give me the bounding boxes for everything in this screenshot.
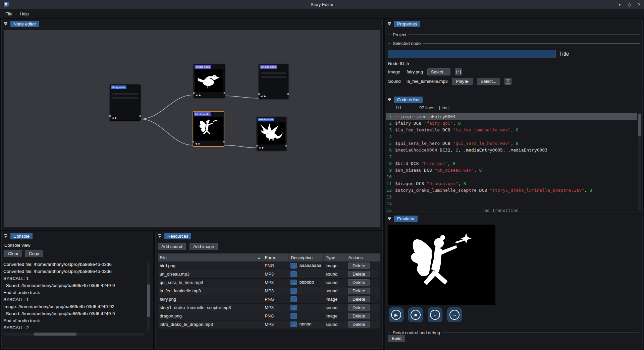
resource-row[interactable]: qui_sera_le_hero.mp3MP3..bbbbbbsoundDele…	[158, 278, 380, 287]
node-next-icon[interactable]: ▶	[199, 94, 201, 97]
resource-row[interactable]: story1_drako_luminelle_sceptre.mp3MP3..s…	[158, 303, 380, 312]
code-line[interactable]: 8$bird DC8 "bird.qoi", 8	[386, 160, 637, 167]
sound-clear-button[interactable]: ×	[504, 78, 512, 85]
node-prev-icon[interactable]: ◀	[259, 147, 260, 149]
collapse-icon[interactable]	[387, 22, 391, 25]
resource-row[interactable]: fairy.pngPNG..imageDelete	[158, 295, 380, 303]
collapse-icon[interactable]	[158, 234, 162, 238]
choice-node[interactable]: Choice node◀▶	[259, 64, 288, 99]
clear-button[interactable]: Clear	[4, 250, 22, 257]
code-vertical-scrollbar[interactable]	[638, 113, 641, 211]
minimize-icon[interactable]: ▾	[619, 0, 621, 9]
code-line[interactable]: 10	[386, 174, 637, 180]
output-port[interactable]	[139, 115, 142, 117]
collapse-icon[interactable]	[4, 234, 8, 238]
node-next-icon[interactable]: ▶	[262, 147, 264, 149]
console-horizontal-scrollbar[interactable]	[3, 333, 145, 336]
step-forward-button[interactable]: →	[447, 307, 462, 322]
sound-play-button[interactable]: Play ▶	[452, 78, 473, 85]
image-clear-button[interactable]: ×	[455, 68, 462, 75]
edit-description-button[interactable]: ..	[290, 313, 297, 319]
collapse-icon[interactable]	[387, 98, 391, 101]
stop-button[interactable]: ■	[408, 307, 423, 322]
step-back-button[interactable]: ←	[428, 307, 442, 322]
output-port[interactable]	[223, 140, 225, 143]
code-line[interactable]: 1··jump··.mediaEntry0004	[386, 113, 637, 120]
input-port[interactable]	[192, 140, 194, 143]
output-port[interactable]	[223, 92, 226, 94]
resource-row[interactable]: intro_drako_le_dragon.mp3MP3..nnnnnsound…	[158, 320, 380, 329]
resource-row[interactable]: la_fee_luminelle.mp3MP3..soundDelete	[158, 287, 380, 295]
copy-button[interactable]: Copy	[25, 250, 43, 257]
console-vertical-scrollbar[interactable]	[147, 261, 150, 331]
delete-button[interactable]: Delete	[348, 271, 370, 277]
output-port[interactable]	[287, 93, 289, 95]
node-next-icon[interactable]: ▶	[198, 142, 200, 145]
code-line[interactable]: 5$qui_sera_le_hero DC8 "qui_sera_le_hero…	[386, 140, 637, 147]
collapse-icon[interactable]	[387, 217, 391, 220]
sound-select-button[interactable]: Select...	[477, 78, 500, 85]
node-canvas[interactable]: Story node◀▶Media node◀▶Choice node◀▶Med…	[4, 30, 380, 227]
delete-button[interactable]: Delete	[348, 321, 370, 328]
edit-description-button[interactable]: ..	[290, 288, 297, 294]
code-line[interactable]: 9$un_oiseau DC8 "un_oiseau.wav", 8	[386, 167, 637, 174]
resource-row[interactable]: un_oiseau.mp3MP3..soundDelete	[158, 270, 380, 278]
edit-description-button[interactable]: ..	[290, 305, 297, 310]
node-next-icon[interactable]: ▶	[115, 117, 117, 119]
input-port[interactable]	[256, 144, 258, 147]
code-line[interactable]: 12$story1_drako_luminelle_sceptre DC8 "s…	[386, 187, 637, 194]
code-line[interactable]: 15 Tag Transition	[386, 207, 637, 212]
node-prev-icon[interactable]: ◀	[195, 142, 197, 145]
delete-button[interactable]: Delete	[348, 288, 370, 294]
input-port[interactable]	[258, 93, 260, 95]
menu-file[interactable]: File	[2, 10, 16, 18]
delete-button[interactable]: Delete	[348, 262, 370, 269]
column-header-type[interactable]: Type	[324, 253, 346, 261]
delete-button[interactable]: Delete	[348, 296, 370, 302]
node-prev-icon[interactable]: ◀	[261, 95, 262, 98]
column-header-description[interactable]: Description	[288, 253, 323, 261]
fairy-media-node[interactable]: Media node◀▶	[193, 111, 224, 147]
image-select-button[interactable]: Select...	[427, 68, 450, 75]
console-log[interactable]: Converted file: /home/anthony/ostproj/ba…	[3, 261, 145, 331]
add-image-button[interactable]: Add image	[190, 243, 218, 250]
node-next-icon[interactable]: ▶	[264, 95, 266, 98]
code-line[interactable]: 3$la_fee_luminelle DC8 "la_fee_luminelle…	[386, 127, 637, 133]
delete-button[interactable]: Delete	[348, 279, 370, 286]
scrollbar-thumb[interactable]	[34, 333, 76, 336]
edit-description-button[interactable]: ..	[290, 271, 297, 277]
build-button[interactable]: Build	[388, 335, 405, 342]
menu-help[interactable]: Help	[16, 10, 32, 18]
dragon-media-node[interactable]: Media node◀▶	[257, 117, 286, 151]
column-header-actions[interactable]: Actions	[346, 253, 376, 261]
bird-media-node[interactable]: Media node◀▶	[194, 64, 225, 98]
node-title-input[interactable]	[388, 50, 556, 58]
delete-button[interactable]: Delete	[348, 304, 370, 311]
delete-button[interactable]: Delete	[348, 313, 370, 319]
edit-description-button[interactable]: ..	[290, 296, 297, 302]
code-line[interactable]: 2$fairy DC8 "fairy.qoi", 8	[386, 120, 637, 127]
edit-description-button[interactable]: ..	[290, 280, 297, 285]
node-prev-icon[interactable]: ◀	[112, 117, 113, 119]
collapse-icon[interactable]	[4, 22, 8, 25]
node-prev-icon[interactable]: ◀	[196, 94, 197, 97]
resource-row[interactable]: dragon.pngPNG..imageDelete	[158, 312, 380, 320]
code-line[interactable]: 6$mediaChoice0004 DC32, 2, .mediaEntry00…	[386, 147, 637, 154]
code-line[interactable]: 11$dragon DC8 "dragon.qoi", 8	[386, 180, 637, 187]
input-port[interactable]	[109, 115, 111, 117]
output-port[interactable]	[285, 144, 287, 147]
code-line[interactable]: 4	[386, 133, 637, 140]
code-line[interactable]: 13	[386, 194, 637, 200]
input-port[interactable]	[193, 92, 195, 94]
column-header-file[interactable]: File▲	[158, 253, 263, 261]
edit-description-button[interactable]: ..	[290, 322, 297, 327]
scrollbar-thumb[interactable]	[638, 114, 641, 136]
maximize-icon[interactable]: ◇	[628, 0, 631, 9]
resource-row[interactable]: bird.pngPNG..aaaaaaaaaimageDelete	[158, 261, 380, 270]
close-icon[interactable]: ×	[638, 0, 641, 9]
scrollbar-thumb[interactable]	[147, 284, 150, 317]
code-line[interactable]: 7	[386, 154, 637, 160]
code-line[interactable]: 14	[386, 200, 637, 207]
code-lines[interactable]: 1··jump··.mediaEntry00042$fairy DC8 "fai…	[386, 112, 637, 212]
column-header-format[interactable]: Form.	[263, 253, 288, 261]
